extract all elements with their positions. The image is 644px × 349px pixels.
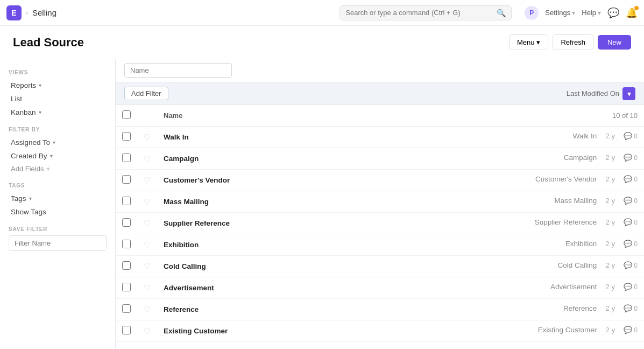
table-row: ♡ Exhibition Exhibition 2 y 💬 0 <box>116 234 644 256</box>
row-comments: 💬 0 <box>624 240 638 248</box>
row-time: 2 y <box>605 175 615 183</box>
table-header-row: Name 10 of 10 <box>116 105 644 127</box>
main-layout: VIEWS Reports ▾ List Kanban ▾ FILTER BY … <box>0 59 644 349</box>
tags-section: TAGS Tags ▾ Show Tags <box>9 183 107 219</box>
row-checkbox[interactable] <box>122 218 131 227</box>
col-header-name: Name <box>157 105 355 127</box>
add-filter-button[interactable]: Add Filter <box>124 87 168 100</box>
favorite-icon[interactable]: ♡ <box>144 219 151 228</box>
comment-icon: 💬 <box>624 175 632 183</box>
row-type: Reference <box>563 304 597 312</box>
app-logo: E <box>6 5 22 20</box>
favorite-icon[interactable]: ♡ <box>144 283 151 292</box>
row-name[interactable]: Reference <box>157 299 355 320</box>
col-header-count: 10 of 10 <box>355 105 644 127</box>
last-modified-sort-button[interactable]: ▾ <box>622 87 635 100</box>
sidebar-item-created-by[interactable]: Created By ▾ <box>9 149 107 163</box>
table-row: ♡ Campaign Campaign 2 y 💬 0 <box>116 148 644 170</box>
reports-chevron: ▾ <box>39 82 41 88</box>
search-icon: 🔍 <box>497 9 506 17</box>
comment-icon: 💬 <box>624 304 632 312</box>
row-time: 2 y <box>605 326 615 334</box>
row-comments: 💬 0 <box>624 197 638 205</box>
favorite-icon[interactable]: ♡ <box>144 154 151 163</box>
comment-icon: 💬 <box>624 240 632 248</box>
list-label: List <box>11 95 22 103</box>
sidebar-item-kanban[interactable]: Kanban ▾ <box>9 106 107 119</box>
sidebar-item-assigned-to[interactable]: Assigned To ▾ <box>9 136 107 149</box>
row-checkbox[interactable] <box>122 153 131 162</box>
chat-icon[interactable]: 💬 <box>607 7 619 19</box>
sidebar-show-tags[interactable]: Show Tags <box>9 205 107 219</box>
comment-icon: 💬 <box>624 261 632 269</box>
last-modified-label: Last Modified On <box>567 89 619 97</box>
page-title: Lead Source <box>13 36 84 50</box>
row-checkbox[interactable] <box>122 197 131 205</box>
menu-chevron: ▾ <box>536 38 540 46</box>
row-checkbox[interactable] <box>122 261 131 270</box>
favorite-icon[interactable]: ♡ <box>144 326 151 336</box>
settings-chevron: ▾ <box>572 9 575 17</box>
add-fields-button[interactable]: Add Fields + <box>9 163 107 175</box>
row-type: Supplier Reference <box>535 218 597 226</box>
row-time: 2 y <box>605 218 615 226</box>
favorite-icon[interactable]: ♡ <box>144 240 151 249</box>
search-bar[interactable]: 🔍 <box>339 5 512 20</box>
sidebar-item-list[interactable]: List <box>9 92 107 106</box>
row-checkbox[interactable] <box>122 240 131 248</box>
row-name[interactable]: Exhibition <box>157 234 355 256</box>
row-name[interactable]: Advertisement <box>157 277 355 299</box>
kanban-label: Kanban <box>11 108 36 116</box>
page-header: Lead Source Menu ▾ Refresh New <box>0 26 644 59</box>
table-row: ♡ Cold Calling Cold Calling 2 y 💬 0 <box>116 256 644 277</box>
select-all-checkbox[interactable] <box>122 110 131 119</box>
row-checkbox[interactable] <box>122 175 131 184</box>
comment-count: 0 <box>634 176 638 183</box>
sidebar-item-reports[interactable]: Reports ▾ <box>9 79 107 92</box>
sidebar: VIEWS Reports ▾ List Kanban ▾ FILTER BY … <box>0 59 116 349</box>
name-search-input[interactable] <box>124 63 232 78</box>
row-time: 2 y <box>605 132 615 140</box>
row-name[interactable]: Customer's Vendor <box>157 170 355 191</box>
help-menu[interactable]: Help ▾ <box>582 9 601 17</box>
row-name[interactable]: Existing Customer <box>157 320 355 342</box>
row-name[interactable]: Walk In <box>157 127 355 148</box>
comment-count: 0 <box>634 326 638 334</box>
sidebar-item-tags[interactable]: Tags ▾ <box>9 192 107 205</box>
favorite-icon[interactable]: ♡ <box>144 197 151 206</box>
new-button[interactable]: New <box>598 35 631 50</box>
refresh-button[interactable]: Refresh <box>553 34 593 50</box>
row-checkbox[interactable] <box>122 304 131 313</box>
filter-by-label: FILTER BY <box>9 127 107 132</box>
comment-icon: 💬 <box>624 153 632 162</box>
row-time: 2 y <box>605 240 615 248</box>
favorite-icon[interactable]: ♡ <box>144 132 151 142</box>
row-type: Existing Customer <box>538 326 597 334</box>
favorite-icon[interactable]: ♡ <box>144 176 151 185</box>
row-time: 2 y <box>605 304 615 312</box>
notification-dot <box>634 6 639 10</box>
favorite-icon[interactable]: ♡ <box>144 262 151 271</box>
comment-count: 0 <box>634 240 638 248</box>
row-checkbox[interactable] <box>122 326 131 334</box>
row-type: Customer's Vendor <box>535 175 597 183</box>
comment-count: 0 <box>634 262 638 269</box>
kanban-chevron: ▾ <box>39 109 41 115</box>
filter-name-input[interactable] <box>9 235 107 251</box>
created-by-chevron: ▾ <box>50 153 53 159</box>
row-name[interactable]: Mass Mailing <box>157 191 355 213</box>
row-checkbox[interactable] <box>122 132 131 141</box>
content-area: Add Filter Last Modified On ▾ Name 10 of… <box>116 59 644 349</box>
search-input[interactable] <box>345 9 492 17</box>
comment-icon: 💬 <box>624 283 632 291</box>
row-time: 2 y <box>605 153 615 162</box>
row-name[interactable]: Supplier Reference <box>157 213 355 234</box>
row-checkbox[interactable] <box>122 283 131 291</box>
menu-button[interactable]: Menu ▾ <box>509 34 549 50</box>
notifications-icon[interactable]: 🔔 <box>626 7 638 19</box>
row-name[interactable]: Cold Calling <box>157 256 355 277</box>
settings-menu[interactable]: Settings ▾ <box>545 9 575 17</box>
favorite-icon[interactable]: ♡ <box>144 305 151 314</box>
row-name[interactable]: Campaign <box>157 148 355 170</box>
comment-icon: 💬 <box>624 326 632 334</box>
